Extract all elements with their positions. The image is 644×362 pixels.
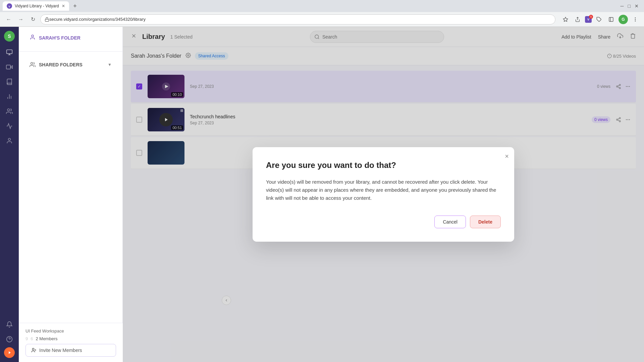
invite-label: Invite New Members: [39, 348, 82, 353]
back-button[interactable]: ←: [4, 15, 13, 24]
shared-folders-icon: [30, 62, 36, 68]
sidebar-item-shared-folders[interactable]: SHARED FOLDERS ▼: [25, 58, 116, 71]
new-tab-button[interactable]: +: [70, 1, 80, 11]
svg-marker-14: [10, 66, 12, 68]
svg-rect-6: [609, 17, 613, 21]
workspace-title: UI Feed Workspace: [25, 328, 116, 334]
svg-text:V: V: [8, 5, 10, 8]
svg-point-10: [635, 21, 635, 21]
window-close-icon[interactable]: ✕: [635, 3, 639, 9]
sidebar-icon-activity[interactable]: [3, 119, 16, 133]
cancel-button[interactable]: Cancel: [434, 216, 466, 228]
tab-favicon: V: [7, 3, 12, 9]
extension-badge: 1: [589, 15, 593, 19]
svg-point-27: [32, 348, 34, 350]
modal-body: Your video(s) will be removed from your …: [266, 178, 501, 202]
shared-folders-label: SHARED FOLDERS: [39, 62, 104, 67]
icon-sidebar-bottom: [3, 318, 16, 358]
sidebar-divider: [19, 51, 122, 52]
content-sidebar: SARAH'S FOLDER SHARED FOLDERS ▼ UI Feed …: [19, 27, 123, 362]
share-nav-icon[interactable]: [573, 15, 582, 24]
extension-icon[interactable]: V 1: [585, 16, 592, 23]
bookmark-icon[interactable]: [561, 15, 570, 24]
sidebar-icon-bell[interactable]: [3, 318, 16, 331]
workspace-section: UI Feed Workspace 9 6 2 Members Invite N…: [19, 323, 123, 362]
invite-new-members-button[interactable]: Invite New Members: [25, 344, 116, 357]
sidebar-icon-analytics[interactable]: [3, 90, 16, 103]
modal-actions: Cancel Delete: [266, 216, 501, 228]
svg-point-9: [635, 19, 635, 19]
my-folder-icon: [30, 34, 36, 41]
main-area: Library 1 Selected Add to Playlist Share…: [123, 27, 644, 362]
app: S: [0, 27, 644, 362]
sidebar-shared-folders-section: SHARED FOLDERS ▼: [19, 54, 122, 75]
tab-title: Vidyard Library - Vidyard: [15, 4, 59, 8]
sidebar-my-folder-section: SARAH'S FOLDER: [19, 27, 122, 49]
svg-point-20: [8, 138, 11, 141]
vidyard-logo[interactable]: [4, 347, 15, 358]
lock-icon: [45, 17, 49, 22]
sidebar-icon-help[interactable]: [3, 333, 16, 346]
minimize-icon[interactable]: ─: [621, 3, 624, 9]
delete-button[interactable]: Delete: [470, 216, 501, 228]
workspace-num2: 6: [31, 336, 33, 341]
sidebar-icon-contacts[interactable]: [3, 134, 16, 147]
browser-titlebar: V Vidyard Library - Vidyard ✕ + ─ □ ✕: [0, 0, 644, 12]
forward-button[interactable]: →: [16, 15, 25, 24]
sidebar-toggle-icon[interactable]: [606, 15, 616, 24]
refresh-button[interactable]: ↻: [28, 15, 38, 24]
sidebar-icon-video[interactable]: [3, 60, 16, 74]
address-text: secure.vidyard.com/organizations/3454320…: [49, 17, 146, 22]
svg-rect-2: [45, 19, 49, 21]
nav-icons: V 1 G: [561, 15, 640, 24]
menu-icon[interactable]: [631, 15, 640, 24]
browser-tab[interactable]: V Vidyard Library - Vidyard ✕: [3, 1, 69, 11]
profile-avatar[interactable]: G: [619, 15, 628, 24]
invite-icon: [31, 348, 37, 353]
svg-rect-11: [7, 50, 12, 54]
my-folder-label: SARAH'S FOLDER: [39, 35, 80, 41]
svg-point-25: [32, 35, 34, 37]
svg-marker-3: [563, 17, 568, 21]
modal-title: Are you sure you want to do that?: [266, 161, 501, 170]
maximize-icon[interactable]: □: [628, 3, 631, 9]
workspace-num1: 9: [25, 336, 28, 341]
sidebar-icon-home[interactable]: [3, 46, 16, 59]
svg-point-26: [31, 62, 33, 64]
address-bar[interactable]: secure.vidyard.com/organizations/3454320…: [40, 14, 555, 24]
modal-close-button[interactable]: ×: [505, 153, 509, 160]
workspace-numbers: 9 6 2 Members: [25, 336, 116, 341]
extensions-icon[interactable]: [594, 15, 604, 24]
modal-overlay: × Are you sure you want to do that? Your…: [123, 27, 644, 362]
browser-nav: ← → ↻ secure.vidyard.com/organizations/3…: [0, 12, 644, 27]
svg-point-8: [635, 17, 635, 18]
expand-icon[interactable]: ▼: [108, 62, 112, 67]
workspace-members: 2 Members: [36, 336, 57, 341]
sidebar-icon-library[interactable]: [3, 75, 16, 88]
svg-rect-15: [6, 65, 10, 69]
delete-confirmation-modal: × Are you sure you want to do that? Your…: [253, 147, 514, 242]
sidebar-icon-users[interactable]: [3, 105, 16, 118]
icon-sidebar: S: [0, 27, 19, 362]
tab-close-icon[interactable]: ✕: [62, 4, 65, 8]
user-avatar[interactable]: S: [4, 31, 15, 42]
svg-point-19: [7, 109, 10, 111]
sidebar-item-sarahs-folder[interactable]: SARAH'S FOLDER: [25, 31, 116, 45]
